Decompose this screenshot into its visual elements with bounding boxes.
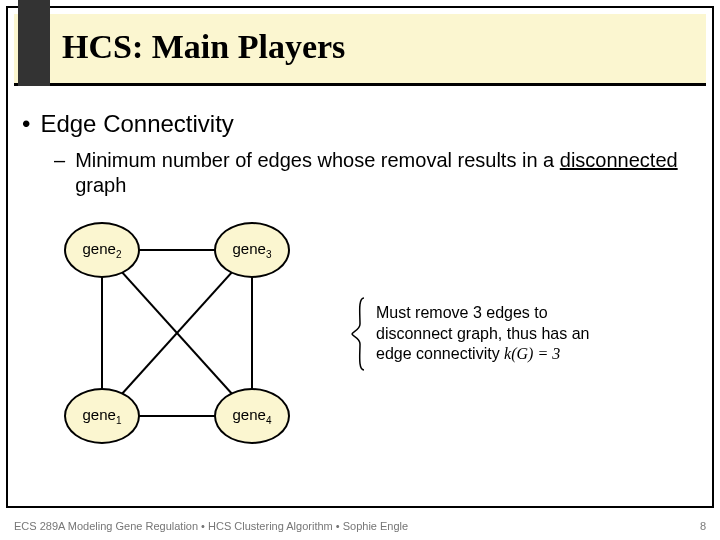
title-accent-block — [18, 0, 50, 86]
bullet-l2-underlined: disconnected — [560, 149, 678, 171]
slide-title: HCS: Main Players — [62, 28, 345, 66]
graph-node-gene2: gene2 — [64, 222, 140, 278]
bullet-dash-icon: – — [54, 148, 65, 173]
graph-node-gene4: gene4 — [214, 388, 290, 444]
node-label: gene1 — [83, 406, 122, 426]
bullet-dot-icon: • — [22, 110, 30, 138]
page-number: 8 — [700, 520, 706, 532]
graph-node-gene1: gene1 — [64, 388, 140, 444]
annotation-line3-pre: edge connectivity — [376, 345, 504, 362]
node-label: gene3 — [233, 240, 272, 260]
bullet-level-2: – Minimum number of edges whose removal … — [54, 148, 700, 198]
bullet-l2-post: graph — [75, 174, 126, 196]
title-bar: HCS: Main Players — [14, 14, 706, 86]
graph-node-gene3: gene3 — [214, 222, 290, 278]
footer: ECS 289A Modeling Gene Regulation • HCS … — [14, 520, 706, 532]
graph-diagram: gene2 gene3 gene1 gene4 — [56, 220, 316, 460]
annotation-expr: k(G) = 3 — [504, 345, 560, 362]
footer-text: ECS 289A Modeling Gene Regulation • HCS … — [14, 520, 408, 532]
bullet-l2-text: Minimum number of edges whose removal re… — [75, 148, 700, 198]
annotation-line1: Must remove 3 edges to — [376, 304, 548, 321]
bullet-l1-text: Edge Connectivity — [40, 110, 233, 138]
annotation-line2: disconnect graph, thus has an — [376, 325, 589, 342]
bullet-l2-pre: Minimum number of edges whose removal re… — [75, 149, 560, 171]
bullet-level-1: • Edge Connectivity — [20, 110, 700, 138]
annotation-text: Must remove 3 edges to disconnect graph,… — [376, 303, 589, 365]
node-label: gene4 — [233, 406, 272, 426]
annotation-box: Must remove 3 edges to disconnect graph,… — [350, 296, 690, 372]
curly-brace-icon — [350, 296, 368, 372]
node-label: gene2 — [83, 240, 122, 260]
content-area: • Edge Connectivity – Minimum number of … — [20, 110, 700, 500]
